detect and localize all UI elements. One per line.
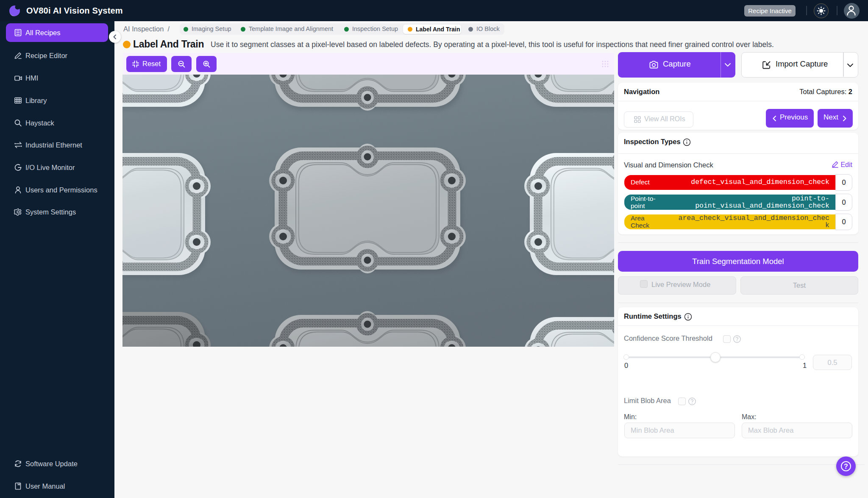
- svg-text:?: ?: [844, 463, 848, 470]
